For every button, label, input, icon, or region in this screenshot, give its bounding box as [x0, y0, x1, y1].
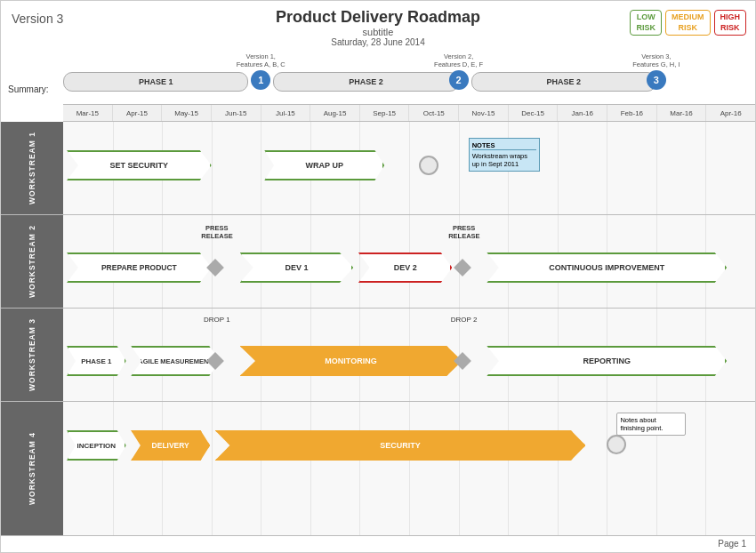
notes-title: NOTES — [472, 141, 536, 150]
ws1-label: WORKSTREAM 1 — [1, 122, 63, 214]
ws2-prepare-product: PREPARE PRODUCT — [67, 252, 212, 283]
ws1-circle — [419, 156, 438, 175]
timeline-area: Summary: Version 1,Features A, B, C Vers… — [1, 52, 755, 536]
milestone-3: 3 — [647, 70, 666, 90]
ws4-inception: INCEPTION — [67, 430, 126, 461]
ws4-callout: Notes about finishing point. — [616, 413, 686, 436]
ws3-drop2-label: DROP 2 — [448, 316, 479, 324]
ws1-content: SET SECURITY WRAP UP NOTES Workstream wr… — [63, 122, 755, 214]
month-mar16: Mar-16 — [657, 105, 707, 121]
month-may15: May-15 — [162, 105, 212, 121]
summary-row: Summary: Version 1,Features A, B, C Vers… — [1, 52, 755, 104]
ws2-diamond-1 — [206, 259, 224, 276]
workstream-2-row: WORKSTREAM 2 PR — [1, 215, 755, 309]
ws1-set-security: SET SECURITY — [67, 150, 212, 180]
ws2-dev2: DEV 2 — [358, 252, 453, 283]
month-sep15: Sep-15 — [360, 105, 410, 121]
month-jun15: Jun-15 — [212, 105, 261, 121]
workstream-4-row: WORKSTREAM 4 IN — [1, 402, 755, 536]
month-feb16: Feb-16 — [607, 105, 657, 121]
ws4-circle — [607, 435, 626, 454]
ws2-content: PRESSRELEASE PRESSRELEASE PREPARE PRODUC… — [63, 215, 755, 308]
ws2-label: WORKSTREAM 2 — [1, 215, 63, 308]
month-oct15: Oct-15 — [409, 105, 459, 121]
ws2-diamond-2 — [454, 259, 471, 276]
low-risk-badge: LOWRISK — [630, 10, 662, 36]
ws4-delivery: DELIVERY — [131, 430, 210, 461]
workstreams-container: WORKSTREAM 1 SE — [1, 122, 755, 536]
phase-2-banner: PHASE 2 — [273, 72, 458, 92]
ws4-content: INCEPTION DELIVERY SECURITY Notes about … — [63, 402, 755, 535]
ws3-monitoring: MONITORING — [240, 346, 462, 376]
month-mar15: Mar-15 — [63, 105, 113, 121]
phase-1-banner: PHASE 1 — [63, 72, 248, 92]
notes-text: Workstream wraps up in Sept 2011 — [472, 152, 536, 168]
ws4-security: SECURITY — [215, 430, 586, 461]
version-note-3: Version 3,Features G, H, I — [630, 52, 683, 68]
month-dec15: Dec-15 — [509, 105, 559, 121]
version-note-1: Version 1,Features A, B, C — [234, 52, 287, 68]
summary-label: Summary: — [8, 84, 49, 94]
month-nov15: Nov-15 — [459, 105, 509, 121]
ws2-press-release-2: PRESSRELEASE — [448, 224, 479, 240]
workstream-3-row: WORKSTREAM 3 DR — [1, 309, 755, 402]
medium-risk-badge: MEDIUMRISK — [665, 10, 711, 36]
ws3-reporting: REPORTING — [487, 346, 727, 376]
ws3-label: WORKSTREAM 3 — [1, 309, 63, 401]
month-apr16: Apr-16 — [706, 105, 755, 121]
version-note-2: Version 2,Features D, E, F — [432, 52, 486, 68]
ws2-press-release-1: PRESSRELEASE — [201, 224, 232, 240]
page-number: Page 1 — [718, 539, 746, 549]
month-jul15: Jul-15 — [261, 105, 311, 121]
month-apr15: Apr-15 — [113, 105, 163, 121]
ws3-phase1: PHASE 1 — [67, 346, 126, 376]
milestone-2: 2 — [449, 70, 469, 90]
workstream-1-row: WORKSTREAM 1 SE — [1, 122, 755, 215]
month-jan16: Jan-16 — [558, 105, 607, 121]
ws3-content: DROP 1 DROP 2 PHASE 1 AGILE MEASUREMENT … — [63, 309, 755, 401]
header-date: Saturday, 28 June 2014 — [1, 37, 755, 47]
phase-3-banner: PHASE 2 — [471, 72, 656, 92]
risk-badges: LOWRISK MEDIUMRISK HIGHRISK — [630, 10, 746, 36]
ws4-label: WORKSTREAM 4 — [1, 402, 63, 535]
month-aug15: Aug-15 — [310, 105, 360, 121]
month-row: Mar-15 Apr-15 May-15 Jun-15 Jul-15 Aug-1… — [63, 104, 755, 122]
ws1-wrap-up: WRAP UP — [264, 150, 384, 180]
ws3-drop1-label: DROP 1 — [201, 316, 232, 324]
ws3-diamond-2 — [454, 352, 471, 370]
ws2-continuous-improvement: CONTINUOUS IMPROVEMENT — [487, 252, 727, 283]
ws1-notes: NOTES Workstream wraps up in Sept 2011 — [469, 138, 540, 172]
high-risk-badge: HIGHRISK — [714, 10, 747, 36]
ws2-dev1: DEV 1 — [240, 252, 354, 283]
app: Version 3 Product Delivery Roadmap subti… — [0, 0, 756, 553]
milestone-1: 1 — [251, 70, 270, 90]
